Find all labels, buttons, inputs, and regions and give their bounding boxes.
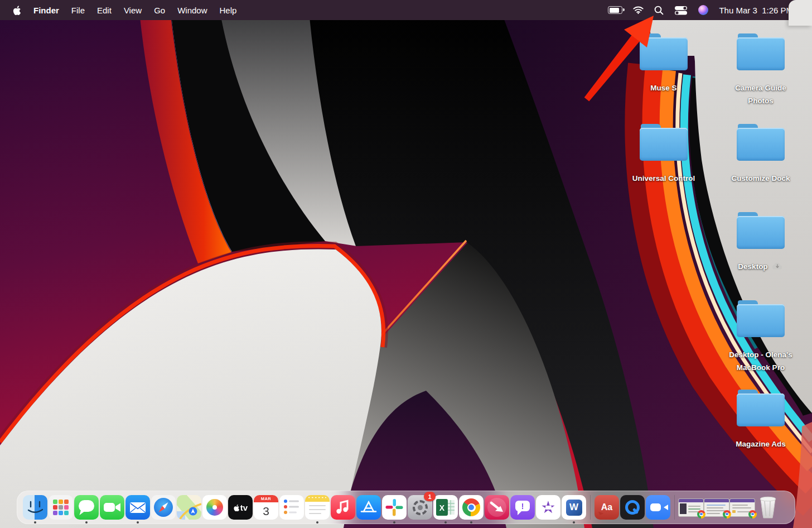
dock-item-excel[interactable]: X [433, 495, 458, 520]
folder-label: Magazine Ads [719, 438, 803, 450]
desktop-folder-camera-guide-photos[interactable]: Camera GuidePhotos [719, 33, 803, 107]
folder-icon [640, 124, 688, 161]
dock-item-safari[interactable] [151, 495, 176, 520]
dock-item-zoom[interactable] [645, 495, 671, 520]
dictionary-aa-icon: Aa [594, 495, 619, 520]
dock-item-trash[interactable] [755, 495, 781, 520]
word-icon: W [562, 495, 586, 520]
apple-tv-icon: tv [228, 495, 253, 520]
window-thumbnail [678, 498, 704, 517]
facetime-icon [100, 495, 124, 520]
slack-icon [382, 495, 407, 520]
dock-item-photos[interactable] [202, 495, 228, 520]
folder-label: Desktop - Olena'sMacBook Pro [710, 348, 811, 374]
siri-icon[interactable] [698, 5, 708, 15]
desktop-folder-muse-s[interactable]: Muse S [622, 33, 705, 94]
chrome-badge-icon [723, 510, 731, 519]
dock-item-word[interactable]: W [561, 495, 587, 520]
dock-item-dictionary-aa[interactable]: Aa [594, 495, 620, 520]
spotlight-search-icon[interactable] [654, 6, 664, 15]
desktop-folder-desktop[interactable]: Desktop [719, 212, 803, 274]
dock-item-launchpad[interactable] [48, 495, 74, 520]
wifi-icon[interactable] [633, 6, 644, 14]
dock-item-calendar[interactable]: MAR 3 [253, 495, 279, 520]
dock-item-skitch[interactable] [484, 495, 510, 520]
dock: tv MAR 3 [17, 491, 795, 524]
folder-label: Desktop [719, 260, 803, 274]
desktop-folder-universal-control[interactable]: Universal Control [622, 124, 705, 185]
folder-icon [737, 124, 785, 161]
dock-item-chrome[interactable] [458, 495, 484, 520]
skitch-icon [485, 495, 509, 520]
apple-menu-icon[interactable] [12, 4, 22, 16]
finder-icon [23, 495, 47, 520]
gear-icon [413, 500, 428, 515]
dock-item-maps[interactable] [176, 495, 202, 520]
macos-desktop: Finder File Edit View Go Window Help [0, 0, 812, 528]
menu-edit[interactable]: Edit [91, 6, 118, 15]
dock-minimized-chrome-window-1[interactable] [678, 495, 704, 520]
dock-item-apple-tv[interactable]: tv [228, 495, 253, 520]
menu-go[interactable]: Go [148, 6, 171, 15]
zoom-icon [646, 495, 670, 520]
folder-icon [737, 390, 785, 426]
dock-item-feedback-assistant[interactable]: ! [510, 495, 535, 520]
window-thumbnail [704, 498, 729, 517]
dock-item-app-store[interactable] [356, 495, 381, 520]
dock-item-reminders[interactable] [279, 495, 304, 520]
chrome-badge-icon [697, 510, 705, 519]
dock-item-notes[interactable] [304, 495, 330, 520]
folder-label: Camera GuidePhotos [719, 81, 803, 107]
excel-icon: X [433, 495, 458, 520]
chrome-icon [459, 495, 484, 520]
dock-item-mail[interactable] [125, 495, 151, 520]
folder-label: Customize Dock [719, 172, 803, 185]
folder-icon [737, 300, 785, 337]
svg-text:X: X [439, 503, 445, 512]
battery-icon[interactable] [608, 6, 622, 14]
menu-bar: Finder File Edit View Go Window Help [0, 0, 812, 20]
notes-icon [305, 495, 330, 520]
chrome-badge-icon [748, 510, 757, 519]
dock-item-imovie[interactable]: ★ [535, 495, 561, 520]
dock-item-facetime[interactable] [99, 495, 125, 520]
menu-bar-clock[interactable]: Thu Mar 3 1:26 PM [719, 6, 793, 15]
dock-item-system-preferences[interactable]: 1 [407, 495, 433, 520]
calendar-icon: MAR 3 [254, 495, 278, 520]
dock-divider [590, 495, 591, 520]
notification-badge: 1 [424, 492, 436, 501]
menu-finder[interactable]: Finder [27, 6, 65, 15]
photos-icon [202, 495, 227, 520]
top-right-window-corner [789, 0, 812, 26]
desktop-folder-desktop-olenas-macbook-pro[interactable]: Desktop - Olena'sMacBook Pro [719, 300, 803, 374]
folder-icon [737, 33, 785, 70]
dock-item-messages[interactable] [74, 495, 99, 520]
mail-icon [125, 495, 150, 520]
dock-minimized-chrome-window-3[interactable] [729, 495, 755, 520]
imovie-icon: ★ [536, 495, 560, 520]
menu-file[interactable]: File [65, 6, 91, 15]
dock-item-finder[interactable] [22, 495, 48, 520]
folder-icon [640, 33, 688, 70]
trash-icon [757, 495, 779, 520]
desktop-folder-customize-dock[interactable]: Customize Dock [719, 124, 803, 185]
launchpad-icon [49, 495, 73, 520]
desktop-folder-magazine-ads[interactable]: Magazine Ads [719, 390, 803, 450]
window-thumbnail [729, 498, 755, 517]
cloud-download-icon [771, 261, 784, 274]
menu-help[interactable]: Help [214, 6, 243, 15]
dock-item-music[interactable] [330, 495, 356, 520]
calendar-day: 3 [254, 502, 278, 520]
menu-view[interactable]: View [118, 6, 148, 15]
menu-window[interactable]: Window [171, 6, 213, 15]
dock-item-quicktime[interactable] [620, 495, 645, 520]
safari-icon [151, 495, 176, 520]
dock-minimized-chrome-window-2[interactable] [704, 495, 729, 520]
control-center-icon[interactable] [674, 6, 688, 15]
reminders-icon [279, 495, 304, 520]
folder-label: Universal Control [622, 172, 705, 185]
dock-item-slack[interactable] [381, 495, 407, 520]
quicktime-icon [620, 495, 645, 520]
dock-divider [674, 495, 675, 520]
app-store-icon [356, 495, 381, 520]
